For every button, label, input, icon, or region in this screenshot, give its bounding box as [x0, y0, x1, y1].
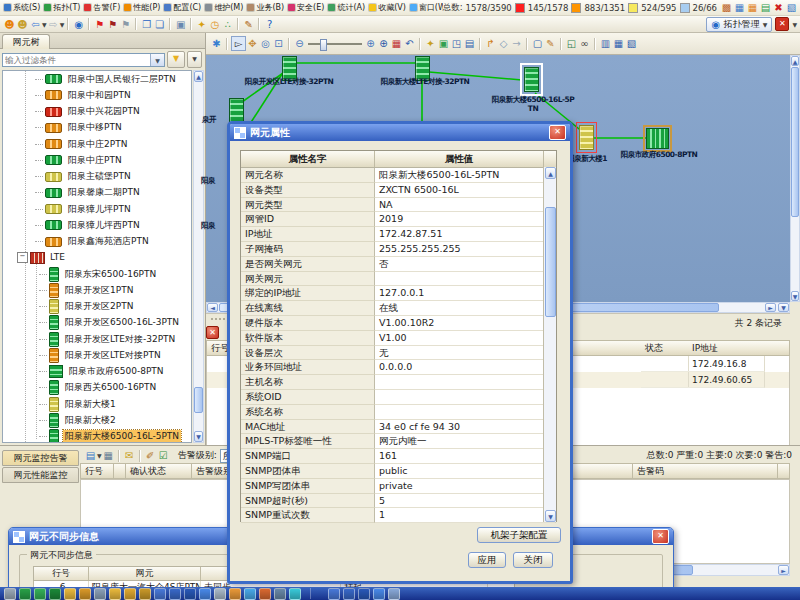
menubar-item[interactable]: 统计(A) — [326, 2, 367, 13]
menubar-item[interactable]: 系统(S) — [2, 2, 42, 13]
panel-green-icon[interactable]: ▤ — [759, 1, 772, 14]
taskbar-app-icon[interactable] — [259, 588, 271, 600]
property-value-cell[interactable]: V1.00 — [375, 331, 556, 346]
taskbar-app-icon[interactable] — [64, 588, 76, 600]
unlock-icon[interactable]: ✦ — [424, 37, 437, 50]
taskbar-app-icon[interactable] — [94, 588, 106, 600]
table-view-icon[interactable]: ▥ — [599, 37, 612, 50]
modify-icon[interactable]: ✐ — [144, 449, 157, 462]
pan-tool-icon[interactable]: ✥ — [246, 37, 259, 50]
property-value-cell[interactable]: 1 — [375, 508, 556, 523]
column-header-alarmcode[interactable]: 告警码 — [633, 463, 778, 479]
tree-item[interactable]: 阳泉中移PTN — [3, 120, 191, 136]
zoom-in-icon[interactable]: ⊕ — [364, 37, 377, 50]
column-header-ne[interactable]: 网元 — [89, 567, 201, 580]
list-view-icon[interactable]: ▤ — [463, 37, 476, 50]
scroll-up-button[interactable]: ▲ — [545, 167, 556, 179]
scrollbar-thumb[interactable] — [194, 387, 203, 413]
zoom-tool-icon[interactable]: ◎ — [259, 37, 272, 50]
scroll-up-button[interactable]: ▲ — [194, 71, 203, 82]
property-value-cell[interactable] — [375, 375, 556, 390]
search-icon[interactable]: ∞ — [578, 37, 591, 50]
tree-item[interactable]: 阳泉中庄PTN — [3, 152, 191, 168]
taskbar-app-icon[interactable] — [109, 588, 121, 600]
column-header-status[interactable]: 状态 — [641, 340, 689, 356]
column-header-name[interactable]: 属性名字 — [241, 151, 375, 167]
topology-view-icon[interactable]: ◉ — [72, 18, 85, 31]
taskbar-app-icon[interactable] — [184, 588, 196, 600]
taskbar-app-icon[interactable] — [79, 588, 91, 600]
alarm-box-icon[interactable]: ⚑ — [119, 18, 132, 31]
menubar-item[interactable]: 收藏(V) — [367, 2, 408, 13]
close-icon[interactable]: ✕ — [652, 529, 669, 544]
property-value-cell[interactable]: 2019 — [375, 212, 556, 227]
sync-status-icon[interactable]: ∴ — [221, 18, 234, 31]
forward-icon[interactable]: ⇨ — [47, 18, 60, 31]
tree-item[interactable]: 阳泉开发区1PTN — [3, 282, 191, 298]
column-header-flag[interactable] — [114, 463, 126, 479]
property-value-cell[interactable]: 5 — [375, 494, 556, 509]
column-header-value[interactable]: 属性值 — [375, 151, 544, 167]
filter-apply-button[interactable]: ▼ — [167, 51, 185, 68]
taskbar-app-icon[interactable] — [169, 588, 181, 600]
property-value-cell[interactable]: 阳泉新大楼6500-16L-5PTN — [375, 168, 556, 183]
help-icon[interactable]: ? — [263, 18, 276, 31]
snapshot-icon[interactable]: ▣ — [174, 18, 187, 31]
property-value-cell[interactable]: 0.0.0.0 — [375, 360, 556, 375]
tree-item[interactable]: 阳泉主碛堡PTN — [3, 169, 191, 185]
tree-item[interactable]: 阳泉中和园PTN — [3, 87, 191, 103]
property-value-cell[interactable] — [375, 390, 556, 405]
topology-node[interactable] — [229, 98, 244, 123]
taskbar-app-icon[interactable] — [244, 588, 256, 600]
column-header-ip[interactable]: IP地址 — [688, 340, 765, 356]
menubar-item[interactable]: 性能(P) — [122, 2, 162, 13]
scroll-down-button[interactable]: ▼ — [194, 431, 203, 442]
property-value-cell[interactable]: 161 — [375, 449, 556, 464]
tree-item[interactable]: 阳泉新大楼1 — [3, 396, 191, 412]
property-value-cell[interactable]: 网元内唯一 — [375, 434, 556, 449]
property-value-cell[interactable]: 255.255.255.255 — [375, 242, 556, 257]
taskbar-app-icon[interactable] — [343, 588, 355, 600]
topology-node[interactable] — [579, 125, 594, 150]
property-value-cell[interactable]: public — [375, 464, 556, 479]
property-value-cell[interactable] — [375, 405, 556, 420]
scroll-right-button[interactable]: ► — [778, 565, 789, 575]
filter-options-button[interactable]: ▼ — [187, 51, 202, 68]
taskbar-app-icon[interactable] — [49, 588, 61, 600]
scrollbar-thumb[interactable] — [791, 67, 799, 217]
tree-item[interactable]: 阳泉中庄2PTN — [3, 136, 191, 152]
property-value-cell[interactable] — [375, 272, 556, 287]
rack-config-button[interactable]: 机架子架配置 — [477, 527, 561, 543]
up-layer-icon[interactable]: ↱ — [484, 37, 497, 50]
forward-nav-icon[interactable]: → — [510, 37, 523, 50]
apply-button[interactable]: 应用 — [468, 552, 506, 568]
dialog-titlebar[interactable]: 网元属性 ✕ — [230, 124, 570, 141]
column-header-blank[interactable] — [764, 340, 790, 356]
select-tool-icon[interactable]: ▻ — [231, 36, 246, 51]
new-view-icon[interactable]: ▣ — [437, 37, 450, 50]
menubar-item[interactable]: 业务(B) — [245, 2, 286, 13]
close-button[interactable]: 关闭 — [513, 552, 553, 568]
user-lock-icon[interactable]: ☻ — [16, 18, 29, 31]
zoom-fine-icon[interactable]: ⊕ — [377, 37, 390, 50]
tree-item[interactable]: 阳泉新大楼6500-16L-5PTN — [3, 429, 191, 444]
clear-results-icon[interactable]: ✕ — [206, 326, 219, 339]
taskbar-app-icon[interactable] — [289, 588, 301, 600]
menubar-item[interactable]: 安全(E) — [286, 2, 326, 13]
window-cascade-icon[interactable]: ❐ — [140, 18, 153, 31]
column-view-icon[interactable]: ▦ — [612, 37, 625, 50]
print-icon[interactable]: ▦ — [102, 449, 115, 462]
taskbar-app-icon[interactable] — [388, 588, 400, 600]
config-icon[interactable]: ✎ — [544, 37, 557, 50]
topology-node[interactable] — [524, 67, 539, 92]
property-value-cell[interactable]: 34 e0 cf fe 94 30 — [375, 420, 556, 435]
taskbar-app-icon[interactable] — [328, 588, 340, 600]
taskbar-app-icon[interactable] — [4, 588, 16, 600]
property-value-cell[interactable]: 127.0.0.1 — [375, 286, 556, 301]
tree-scrollbar[interactable]: ▲ ▼ — [193, 70, 204, 443]
menubar-item[interactable]: 配置(C) — [162, 2, 203, 13]
property-value-cell[interactable]: 无 — [375, 346, 556, 361]
property-value-cell[interactable]: 在线 — [375, 301, 556, 316]
tree-item[interactable]: 阳泉獐儿坪西PTN — [3, 217, 191, 233]
column-header-rowno[interactable]: 行号 — [34, 567, 89, 580]
